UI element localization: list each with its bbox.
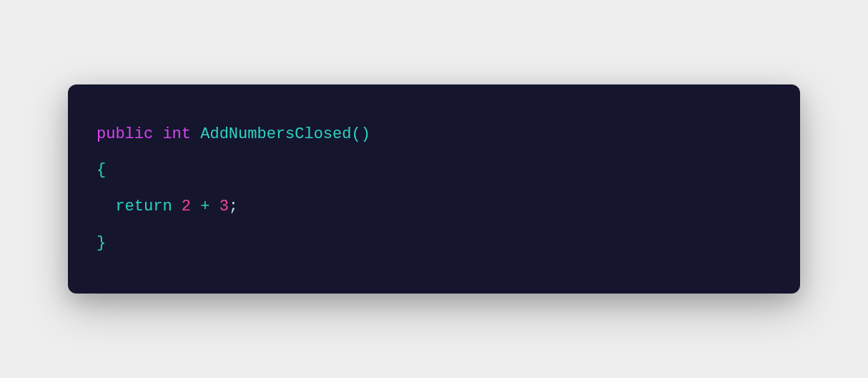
paren-close: ) — [361, 125, 370, 143]
function-name: AddNumbersClosed — [200, 125, 351, 143]
space — [209, 198, 219, 215]
brace-open: { — [97, 161, 106, 179]
number-literal: 2 — [182, 198, 191, 215]
keyword-public: public — [97, 125, 153, 143]
code-line-3: return 2 + 3; — [97, 189, 771, 226]
keyword-return: return — [115, 198, 172, 215]
indent — [97, 189, 115, 226]
semicolon: ; — [229, 198, 238, 215]
code-line-4: } — [97, 226, 771, 262]
keyword-int: int — [162, 125, 191, 143]
space — [191, 198, 200, 215]
code-line-1: public int AddNumbersClosed() — [97, 117, 771, 153]
space — [191, 125, 200, 143]
paren-open: ( — [351, 125, 360, 143]
operator-plus: + — [200, 198, 209, 215]
code-line-2: { — [97, 152, 771, 189]
space — [153, 125, 162, 143]
number-literal: 3 — [220, 198, 229, 215]
brace-close: } — [97, 234, 106, 252]
space — [172, 198, 182, 215]
code-block: public int AddNumbersClosed() { return 2… — [68, 84, 800, 294]
